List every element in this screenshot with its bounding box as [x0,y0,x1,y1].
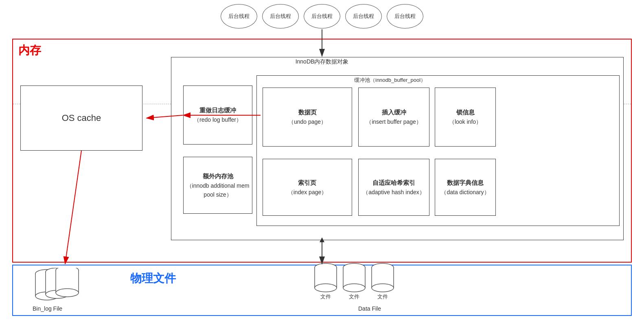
datafile-label: Data File [358,305,381,312]
binlog-cylinders [24,268,98,302]
svg-point-14 [56,289,79,297]
os-cache-box: OS cache [20,85,142,151]
add-mem-box: 额外内存池 （innodb additional mem pool size） [183,157,252,214]
cyl-file-2: 文件 [342,263,366,300]
svg-point-19 [315,284,337,292]
data-page-text: 数据页 （undo page） [288,107,326,126]
insert-buf-text: 插入缓冲 （insert buffer page） [366,107,422,126]
cyl-file-1: 文件 [313,263,338,300]
threads-row: 后台线程 后台线程 后台线程 后台线程 后台线程 [0,4,644,28]
data-dict-box: 数据字典信息 （data dictionary） [435,159,496,216]
hash-index-box: 自适应哈希索引 （adaptive hash index） [358,159,429,216]
physical-label: 物理文件 [130,271,176,286]
lock-info-box: 锁信息 （look info） [435,88,496,147]
index-page-text: 索引页 （index page） [288,178,327,197]
file-label-2: 文件 [349,293,359,300]
add-mem-text: 额外内存池 （innodb additional mem pool size） [186,171,250,199]
svg-point-29 [372,284,394,292]
file-label-3: 文件 [377,293,388,300]
thread-5: 后台线程 [387,4,423,28]
hash-index-text: 自适应哈希索引 （adaptive hash index） [363,178,425,197]
redo-log-text: 重做日志缓冲 （redo log buffer） [194,105,242,124]
insert-buf-box: 插入缓冲 （insert buffer page） [358,88,429,147]
binlog-label: Bin_log File [33,305,62,312]
svg-point-24 [343,284,365,292]
memory-label: 内存 [18,43,41,58]
thread-1: 后台线程 [221,4,257,28]
os-cache-label: OS cache [62,111,101,125]
data-page-box: 数据页 （undo page） [263,88,352,147]
thread-3: 后台线程 [304,4,340,28]
datafile-cylinders: 文件 文件 文件 [313,263,395,300]
thread-2: 后台线程 [262,4,299,28]
diagram-root: 后台线程 后台线程 后台线程 后台线程 后台线程 内存 InnoDB内存数据对象… [0,0,644,320]
index-page-box: 索引页 （index page） [263,159,352,216]
file-label-1: 文件 [320,293,331,300]
innodb-title: InnoDB内存数据对象 [0,58,644,66]
redo-log-box: 重做日志缓冲 （redo log buffer） [183,85,252,145]
cyl-file-3: 文件 [370,263,395,300]
lock-info-text: 锁信息 （look info） [449,107,482,126]
data-dict-text: 数据字典信息 （data dictionary） [441,178,489,197]
thread-4: 后台线程 [345,4,382,28]
buffer-pool-title: 缓冲池（innodb_buffer_pool） [354,77,426,84]
